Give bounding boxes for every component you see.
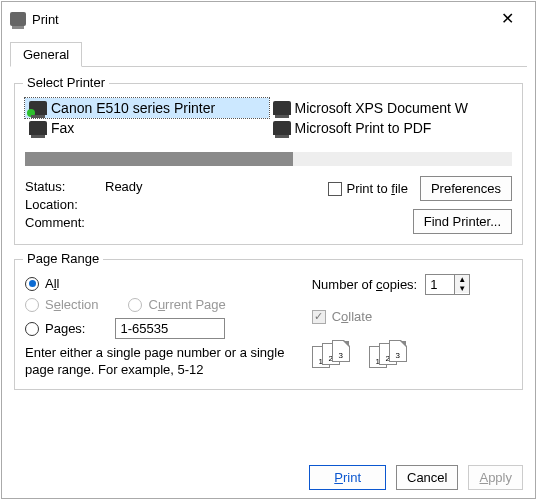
- find-printer-button[interactable]: Find Printer...: [413, 209, 512, 234]
- select-printer-group: Select Printer Canon E510 series Printer…: [14, 83, 523, 245]
- printer-item[interactable]: Microsoft Print to PDF: [269, 118, 513, 138]
- preferences-button[interactable]: Preferences: [420, 176, 512, 201]
- printer-icon: [29, 101, 47, 115]
- checkbox-icon: [328, 182, 342, 196]
- printer-name: Fax: [51, 120, 74, 136]
- page-range-hint: Enter either a single page number or a s…: [25, 345, 298, 379]
- print-to-file-checkbox[interactable]: Print to file: [328, 181, 407, 196]
- printer-item[interactable]: Microsoft XPS Document W: [269, 98, 513, 118]
- printer-name: Canon E510 series Printer: [51, 100, 215, 116]
- radio-current-page: [128, 298, 142, 312]
- printer-icon: [273, 121, 291, 135]
- window-title: Print: [26, 12, 487, 27]
- location-label: Location:: [25, 197, 105, 212]
- tab-strip: General: [10, 42, 527, 67]
- collate-label: Collate: [332, 309, 372, 324]
- select-printer-legend: Select Printer: [23, 75, 109, 90]
- scrollbar-thumb[interactable]: [25, 152, 293, 166]
- spinner-down-icon[interactable]: ▼: [455, 284, 469, 293]
- radio-pages-label: Pages:: [45, 321, 85, 336]
- comment-label: Comment:: [25, 215, 105, 230]
- status-value: Ready: [105, 179, 328, 194]
- print-button[interactable]: Print: [309, 465, 386, 490]
- close-button[interactable]: ✕: [487, 2, 527, 36]
- printer-name: Microsoft XPS Document W: [295, 100, 469, 116]
- status-label: Status:: [25, 179, 105, 194]
- radio-all-label: All: [45, 276, 59, 291]
- tab-general[interactable]: General: [10, 42, 82, 67]
- collate-checkbox: ✓ Collate: [312, 309, 512, 324]
- pages-input[interactable]: [115, 318, 225, 339]
- spinner-up-icon[interactable]: ▲: [455, 275, 469, 284]
- apply-button: Apply: [468, 465, 523, 490]
- page-icon: 3: [389, 340, 407, 362]
- page-range-group: Page Range All Selection Cur: [14, 259, 523, 390]
- radio-all[interactable]: [25, 277, 39, 291]
- printer-icon: [273, 101, 291, 115]
- tab-content: Select Printer Canon E510 series Printer…: [2, 67, 535, 398]
- printer-icon: [29, 121, 47, 135]
- radio-selection-label: Selection: [45, 297, 98, 312]
- printer-icon: [10, 12, 26, 26]
- checkbox-icon: ✓: [312, 310, 326, 324]
- radio-pages[interactable]: [25, 322, 39, 336]
- printer-list-scrollbar[interactable]: [25, 152, 512, 166]
- printer-list[interactable]: Canon E510 series Printer Microsoft XPS …: [25, 94, 512, 146]
- print-dialog: Print ✕ General Select Printer Canon E51…: [1, 1, 536, 499]
- page-icon: 3: [332, 340, 350, 362]
- printer-name: Microsoft Print to PDF: [295, 120, 432, 136]
- printer-item[interactable]: Canon E510 series Printer: [25, 98, 269, 118]
- copies-value: 1: [426, 275, 454, 294]
- copies-spinner[interactable]: 1 ▲ ▼: [425, 274, 470, 295]
- print-to-file-label: Print to file: [346, 181, 407, 196]
- printer-item[interactable]: Fax: [25, 118, 269, 138]
- cancel-button[interactable]: Cancel: [396, 465, 458, 490]
- radio-current-page-label: Current Page: [148, 297, 225, 312]
- titlebar: Print ✕: [2, 2, 535, 36]
- radio-selection: [25, 298, 39, 312]
- page-range-legend: Page Range: [23, 251, 103, 266]
- dialog-footer: Print Cancel Apply: [309, 465, 523, 490]
- copies-label: Number of copies:: [312, 277, 418, 292]
- collate-illustration: 1 2 3 1 2 3: [312, 330, 512, 368]
